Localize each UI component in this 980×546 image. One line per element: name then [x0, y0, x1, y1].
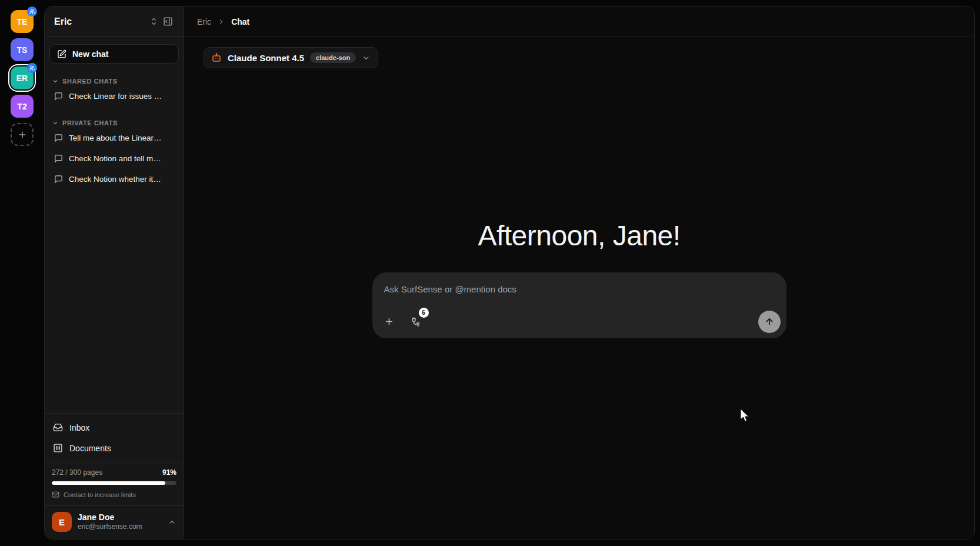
- chat-item-private-1[interactable]: Check Notion and tell m…: [47, 149, 181, 168]
- message-square-icon: [54, 154, 63, 163]
- attach-button[interactable]: [381, 312, 398, 330]
- shared-users-badge-icon: [27, 63, 37, 73]
- usage-progress-fill: [52, 481, 165, 485]
- chevron-down-icon: [52, 119, 59, 126]
- workspace-avatar-er-selected[interactable]: ER: [11, 66, 34, 89]
- prompt-box[interactable]: 6: [372, 272, 786, 338]
- chat-item-private-2[interactable]: Check Notion whether it…: [47, 170, 181, 188]
- sidebar-item-inbox[interactable]: Inbox: [45, 417, 184, 438]
- workspace-title: Eric: [54, 16, 147, 27]
- chat-item-shared-0[interactable]: Check Linear for issues …: [47, 87, 181, 105]
- usage-meter: 272 / 300 pages 91% Contact to increase …: [45, 462, 184, 505]
- connectors-button[interactable]: 6: [408, 312, 425, 330]
- library-icon: [53, 443, 63, 453]
- connector-count-badge: 6: [419, 308, 429, 318]
- inbox-icon: [53, 422, 63, 432]
- sidebar-item-documents[interactable]: Documents: [45, 438, 184, 458]
- chevron-down-icon: [52, 78, 59, 85]
- chat-input[interactable]: [384, 284, 714, 294]
- avatar: E: [52, 512, 72, 532]
- message-square-icon: [54, 175, 63, 184]
- chat-item-title: Check Notion whether it…: [69, 175, 161, 184]
- sidebar-item-label: Documents: [69, 444, 111, 453]
- bot-icon: [211, 52, 222, 63]
- section-shared-chats[interactable]: SHARED CHATS: [45, 78, 184, 85]
- chat-item-title: Check Notion and tell m…: [69, 154, 161, 163]
- shared-users-badge-icon: [27, 6, 37, 16]
- greeting-text: Afternoon, Jane!: [478, 219, 680, 252]
- avatar-initial: E: [59, 517, 65, 527]
- arrow-up-icon: [764, 317, 775, 327]
- new-chat-pencil-icon: [57, 49, 66, 59]
- mail-icon: [52, 491, 59, 498]
- new-chat-button[interactable]: New chat: [49, 44, 179, 64]
- workspace-avatar-label: T2: [17, 102, 26, 111]
- breadcrumb: Eric Chat: [184, 6, 974, 37]
- plug-connector-icon: [411, 316, 422, 327]
- model-selector[interactable]: Claude Sonnet 4.5 claude-son: [204, 47, 378, 68]
- breadcrumb-root[interactable]: Eric: [197, 17, 211, 26]
- usage-percent-label: 91%: [162, 468, 176, 477]
- usage-pages-label: 272 / 300 pages: [52, 468, 102, 477]
- breadcrumb-current: Chat: [231, 17, 249, 26]
- chat-item-private-0[interactable]: Tell me about the Linear…: [47, 129, 181, 147]
- section-private-chats[interactable]: PRIVATE CHATS: [45, 119, 184, 126]
- main-area: Eric Chat Claude Sonnet 4.5 claude-son A…: [184, 6, 974, 539]
- model-badge: claude-son: [310, 52, 356, 63]
- workspace-avatar-t2[interactable]: T2: [11, 95, 34, 118]
- user-email: eric@surfsense.com: [78, 522, 162, 531]
- plus-icon: [384, 316, 395, 327]
- chevron-down-icon: [362, 54, 371, 62]
- workspace-switcher-icon[interactable]: [147, 15, 161, 28]
- user-name: Jane Doe: [78, 512, 162, 523]
- section-label: PRIVATE CHATS: [62, 119, 118, 126]
- sidebar-item-label: Inbox: [69, 423, 89, 432]
- hero-section: Afternoon, Jane! 6: [184, 219, 974, 338]
- workspace-avatar-label: TE: [17, 17, 28, 26]
- usage-progress-track: [52, 481, 176, 485]
- chat-item-title: Check Linear for issues …: [69, 92, 162, 101]
- chevron-up-icon: [168, 518, 176, 527]
- message-square-icon: [54, 134, 63, 142]
- sidebar-spacer: [45, 188, 184, 413]
- sidebar: Eric New chat SHARED CHATS Check Linear …: [45, 6, 184, 539]
- add-workspace-button[interactable]: [11, 123, 34, 146]
- workspace-avatar-label: TS: [17, 45, 28, 55]
- section-label: SHARED CHATS: [62, 78, 118, 85]
- chat-item-title: Tell me about the Linear…: [69, 134, 162, 142]
- chevron-right-icon: [217, 18, 225, 26]
- message-square-icon: [54, 92, 63, 101]
- workspace-avatar-te[interactable]: TE: [11, 10, 34, 33]
- workspace-rail: TE TS ER T2: [0, 0, 44, 546]
- user-menu[interactable]: E Jane Doe eric@surfsense.com: [45, 506, 184, 539]
- workspace-avatar-ts[interactable]: TS: [11, 38, 34, 61]
- contact-limits-link[interactable]: Contact to increase limits: [52, 491, 176, 498]
- model-name: Claude Sonnet 4.5: [228, 53, 304, 63]
- new-chat-label: New chat: [72, 49, 108, 59]
- contact-limits-label: Contact to increase limits: [64, 491, 136, 498]
- send-button[interactable]: [758, 311, 781, 333]
- app-panel: Eric New chat SHARED CHATS Check Linear …: [44, 6, 975, 540]
- collapse-sidebar-icon[interactable]: [161, 14, 175, 29]
- mouse-cursor: [739, 408, 751, 424]
- workspace-avatar-label: ER: [16, 74, 28, 83]
- sidebar-header: Eric: [45, 6, 184, 37]
